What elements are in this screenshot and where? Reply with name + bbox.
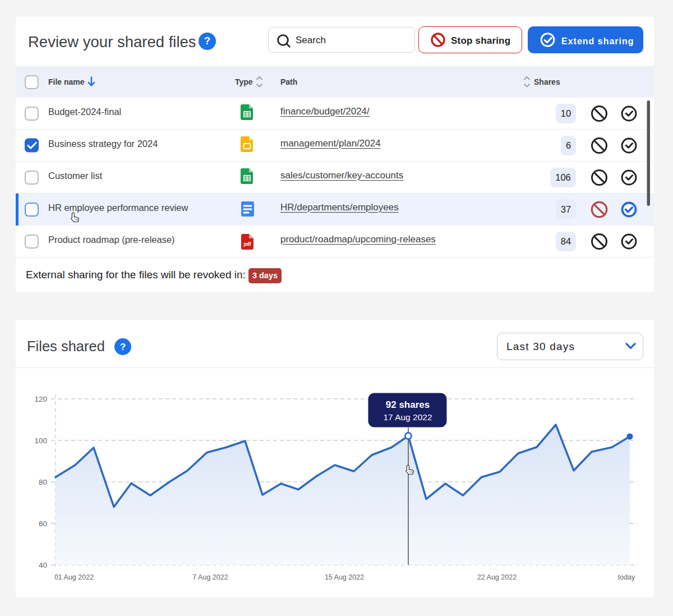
svg-text:pdf: pdf — [243, 241, 251, 247]
